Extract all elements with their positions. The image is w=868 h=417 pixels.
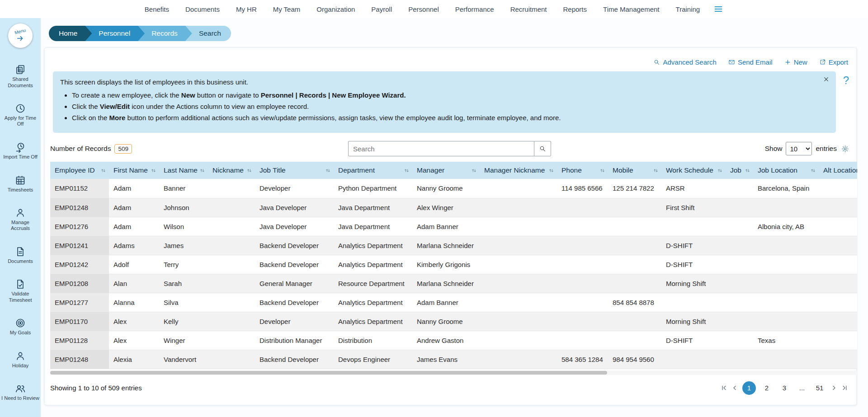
column-header-first-name[interactable]: First Name xyxy=(109,162,159,179)
email-icon xyxy=(728,59,735,66)
table-header-row: Employee IDFirst NameLast NameNicknameJo… xyxy=(50,162,857,179)
breadcrumb-home[interactable]: Home xyxy=(49,26,92,41)
top-nav-item-organization[interactable]: Organization xyxy=(316,5,355,13)
column-header-last-name[interactable]: Last Name xyxy=(159,162,208,179)
column-header-job-title[interactable]: Job Title xyxy=(255,162,334,179)
table-cell: Distribution Manager xyxy=(255,331,334,350)
nav-menu-button[interactable] xyxy=(713,4,723,14)
sidebar-item-label: Import Time Off xyxy=(3,154,38,160)
top-nav-item-time-management[interactable]: Time Management xyxy=(603,5,660,13)
help-button[interactable]: ? xyxy=(843,71,849,86)
top-nav-item-benefits[interactable]: Benefits xyxy=(145,5,169,13)
pagination-next[interactable] xyxy=(830,384,837,391)
table-row[interactable]: EMP01248AlexiaVandervortBackend Develope… xyxy=(50,350,857,369)
top-nav-item-my-team[interactable]: My Team xyxy=(273,5,301,13)
sidebar-item-i-need-to-review[interactable]: I Need to Review xyxy=(0,382,41,402)
column-header-job[interactable]: Job xyxy=(726,162,753,179)
table-cell: Johnson xyxy=(159,198,208,217)
table-settings-button[interactable] xyxy=(841,145,849,153)
table-cell xyxy=(608,312,661,331)
column-header-alt-location[interactable]: Alt Location xyxy=(819,162,857,179)
table-cell xyxy=(819,331,857,350)
column-header-department[interactable]: Department xyxy=(334,162,412,179)
top-nav-item-personnel[interactable]: Personnel xyxy=(408,5,439,13)
pagination-page-51[interactable]: 51 xyxy=(813,381,826,395)
pagination-page-1[interactable]: 1 xyxy=(742,381,756,395)
table-cell xyxy=(661,217,726,236)
info-close-button[interactable] xyxy=(823,76,829,84)
chevron-left-icon xyxy=(731,384,738,391)
column-header-job-location[interactable]: Job Location xyxy=(753,162,819,179)
table-row[interactable]: EMP01241AdamsJamesBackend DeveloperAnaly… xyxy=(50,236,857,255)
table-row[interactable]: EMP01242AdolfTerryBackend DeveloperAnaly… xyxy=(50,255,857,274)
top-nav-item-performance[interactable]: Performance xyxy=(455,5,494,13)
pagination-first[interactable] xyxy=(721,384,727,391)
column-header-work-schedule[interactable]: Work Schedule xyxy=(661,162,726,179)
column-label: Manager xyxy=(417,166,444,174)
table-row[interactable]: EMP01128AlexWingerDistribution ManagerDi… xyxy=(50,331,857,350)
top-nav-item-reports[interactable]: Reports xyxy=(563,5,587,13)
table-cell: Resource Department xyxy=(334,274,412,293)
pagination-prev[interactable] xyxy=(731,384,738,391)
search-button[interactable] xyxy=(534,141,551,156)
table-row[interactable]: EMP01276AdamWilsonJava DeveloperJava Dep… xyxy=(50,217,857,236)
sidebar-item-apply-for-time-off[interactable]: Apply for Time Off xyxy=(0,102,41,128)
sidebar-item-my-goals[interactable]: My Goals xyxy=(0,317,41,337)
sidebar-item-holiday[interactable]: Holiday xyxy=(0,350,41,370)
table-row[interactable]: EMP01248AdamJohnsonJava DeveloperJava De… xyxy=(50,198,857,217)
table-cell xyxy=(608,255,661,274)
column-header-mobile[interactable]: Mobile xyxy=(608,162,661,179)
search-input[interactable] xyxy=(348,141,534,156)
horizontal-scrollbar[interactable] xyxy=(50,370,857,375)
horizontal-scrollbar-thumb[interactable] xyxy=(50,371,607,375)
advanced-search-button[interactable]: Advanced Search xyxy=(653,58,716,66)
table-cell: Java Developer xyxy=(255,198,334,217)
export-button[interactable]: Export xyxy=(819,58,848,66)
menu-button[interactable]: Menu xyxy=(8,23,33,48)
pagination-page-2[interactable]: 2 xyxy=(760,381,774,395)
table-row[interactable]: EMP01170AlexKellyDeveloperAnalytics Depa… xyxy=(50,312,857,331)
top-nav-item-payroll[interactable]: Payroll xyxy=(371,5,392,13)
breadcrumb-records[interactable]: Records xyxy=(138,26,192,41)
sort-icon xyxy=(199,168,205,173)
records-count-label: Number of Records xyxy=(50,145,111,153)
table-cell xyxy=(208,350,255,369)
table-row[interactable]: EMP01208AlanSarahGeneral ManagerResource… xyxy=(50,274,857,293)
sidebar-item-timesheets[interactable]: Timesheets xyxy=(0,174,41,194)
sidebar-item-documents[interactable]: Documents xyxy=(0,245,41,265)
top-nav-item-documents[interactable]: Documents xyxy=(185,5,220,13)
table-cell xyxy=(608,217,661,236)
table-cell xyxy=(557,274,608,293)
table-cell xyxy=(557,198,608,217)
table-cell xyxy=(480,236,557,255)
pagination-last[interactable] xyxy=(841,384,848,391)
table-cell: D-SHIFT xyxy=(661,236,726,255)
column-header-nickname[interactable]: Nickname xyxy=(208,162,255,179)
top-nav-item-training[interactable]: Training xyxy=(676,5,700,13)
card-footer: Showing 1 to 10 of 509 entries 123...51 xyxy=(50,381,848,395)
sidebar-item-import-time-off[interactable]: Import Time Off xyxy=(0,141,41,161)
pagination-page-3[interactable]: 3 xyxy=(778,381,791,395)
top-nav-item-recruitment[interactable]: Recruitment xyxy=(510,5,547,13)
table-cell: EMP01170 xyxy=(50,312,109,331)
sidebar-item-label: Documents xyxy=(8,258,33,264)
column-header-employee-id[interactable]: Employee ID xyxy=(50,162,109,179)
new-button[interactable]: New xyxy=(784,58,807,66)
table-row[interactable]: EMP01152AdamBannerDeveloperPython Depart… xyxy=(50,179,857,198)
top-nav-item-my-hr[interactable]: My HR xyxy=(236,5,257,13)
sidebar-item-manage-accruals[interactable]: Manage Accruals xyxy=(0,206,41,232)
breadcrumb-personnel[interactable]: Personnel xyxy=(85,26,145,41)
table-cell: Developer xyxy=(255,312,334,331)
table-row[interactable]: EMP01277AlannaSilvaBackend DeveloperAnal… xyxy=(50,293,857,312)
table-cell: Backend Developer xyxy=(255,255,334,274)
page-size-select[interactable]: 10 xyxy=(786,142,812,155)
column-header-manager[interactable]: Manager xyxy=(412,162,480,179)
column-header-manager-nickname[interactable]: Manager Nickname xyxy=(480,162,557,179)
sidebar-item-validate-timesheet[interactable]: Validate Timesheet xyxy=(0,278,41,304)
send-email-button[interactable]: Send Email xyxy=(728,58,773,66)
breadcrumb-search[interactable]: Search xyxy=(185,26,231,41)
sidebar-item-shared-documents[interactable]: Shared Documents xyxy=(0,63,41,89)
column-header-phone[interactable]: Phone xyxy=(557,162,608,179)
table-cell xyxy=(208,217,255,236)
table-cell: Backend Developer xyxy=(255,350,334,369)
